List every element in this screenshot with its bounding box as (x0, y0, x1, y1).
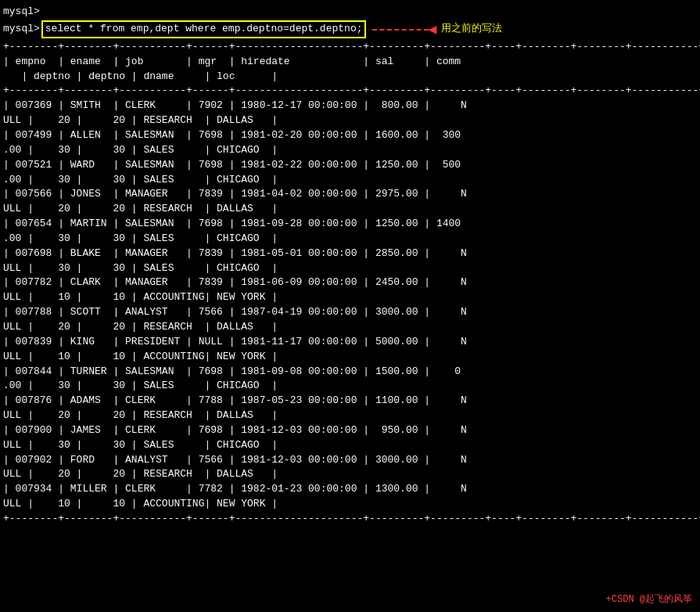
table-row: | 007782 | CLARK | MANAGER | 7839 | 1981… (3, 275, 697, 290)
table-row: | 007698 | BLAKE | MANAGER | 7839 | 1981… (3, 247, 697, 261)
table-row: | 007654 | MARTIN | SALESMAN | 7698 | 19… (3, 217, 697, 232)
table-row: ULL | 10 | 10 | ACCOUNTING| NEW YORK | (3, 497, 697, 512)
table-row: | 007902 | FORD | ANALYST | 7566 | 1981-… (3, 453, 697, 468)
table-row: ULL | 30 | 30 | SALES | CHICAGO | (3, 261, 697, 276)
prompt-line-1: mysql> (3, 5, 697, 20)
table-row: | 007788 | SCOTT | ANALYST | 7566 | 1987… (3, 305, 697, 320)
table-row: .00 | 30 | 30 | SALES | CHICAGO | (3, 173, 697, 188)
table-row: ULL | 20 | 20 | RESEARCH | DALLAS | (3, 467, 697, 482)
terminal-window: mysql> mysql>select * from emp,dept wher… (0, 0, 700, 612)
table-row: ULL | 20 | 20 | RESEARCH | DALLAS | (3, 320, 697, 335)
table-row: ULL | 20 | 20 | RESEARCH | DALLAS | (3, 202, 697, 217)
table-row: ULL | 30 | 30 | SALES | CHICAGO | (3, 438, 697, 453)
table-row: .00 | 30 | 30 | SALES | CHICAGO | (3, 232, 697, 247)
command-line: mysql>select * from emp,dept where emp.d… (3, 20, 697, 40)
table-row: | 007566 | JONES | MANAGER | 7839 | 1981… (3, 187, 697, 202)
table-row: .00 | 30 | 30 | SALES | CHICAGO | (3, 379, 697, 394)
table-row: | 007934 | MILLER | CLERK | 7782 | 1982-… (3, 482, 697, 497)
prompt-1: mysql> (3, 5, 40, 17)
sql-command[interactable]: select * from emp,dept where emp.deptno=… (41, 20, 367, 38)
table-row: ULL | 20 | 20 | RESEARCH | DALLAS | (3, 113, 697, 128)
table-row: | 007499 | ALLEN | SALESMAN | 7698 | 198… (3, 128, 697, 143)
table-row: ULL | 10 | 10 | ACCOUNTING| NEW YORK | (3, 350, 697, 365)
col-header-1: | empno | ename | job | mgr | hiredate |… (3, 55, 697, 70)
table-row: ULL | 10 | 10 | ACCOUNTING| NEW YORK | (3, 290, 697, 305)
table-row: | 007369 | SMITH | CLERK | 7902 | 1980-1… (3, 99, 697, 113)
prompt-2: mysql> (3, 22, 40, 37)
table-row: ULL | 20 | 20 | RESEARCH | DALLAS | (3, 409, 697, 423)
table-row: | 007900 | JAMES | CLERK | 7698 | 1981-1… (3, 423, 697, 438)
arrow-head-icon: ◀ (428, 20, 436, 40)
col-header-2: | deptno | deptno | dname | loc | (3, 70, 697, 85)
watermark: +CSDN @起飞的风筝 (606, 592, 692, 606)
table-row: | 007876 | ADAMS | CLERK | 7788 | 1987-0… (3, 394, 697, 409)
table-row: .00 | 30 | 30 | SALES | CHICAGO | (3, 143, 697, 158)
annotation-label: 用之前的写法 (441, 22, 502, 37)
sep-line-mid: +--------+--------+-----------+------+--… (3, 84, 697, 99)
table-row: | 007521 | WARD | SALESMAN | 7698 | 1981… (3, 158, 697, 173)
table-row: | 007844 | TURNER | SALESMAN | 7698 | 19… (3, 365, 697, 380)
sep-line-bottom: +--------+--------+-----------+------+--… (3, 512, 697, 527)
dashed-arrow (372, 29, 429, 31)
arrow-indicator: ◀ 用之前的写法 (372, 20, 502, 40)
sep-line-top: +--------+--------+-----------+------+--… (3, 40, 697, 55)
table-row: | 007839 | KING | PRESIDENT | NULL | 198… (3, 335, 697, 350)
